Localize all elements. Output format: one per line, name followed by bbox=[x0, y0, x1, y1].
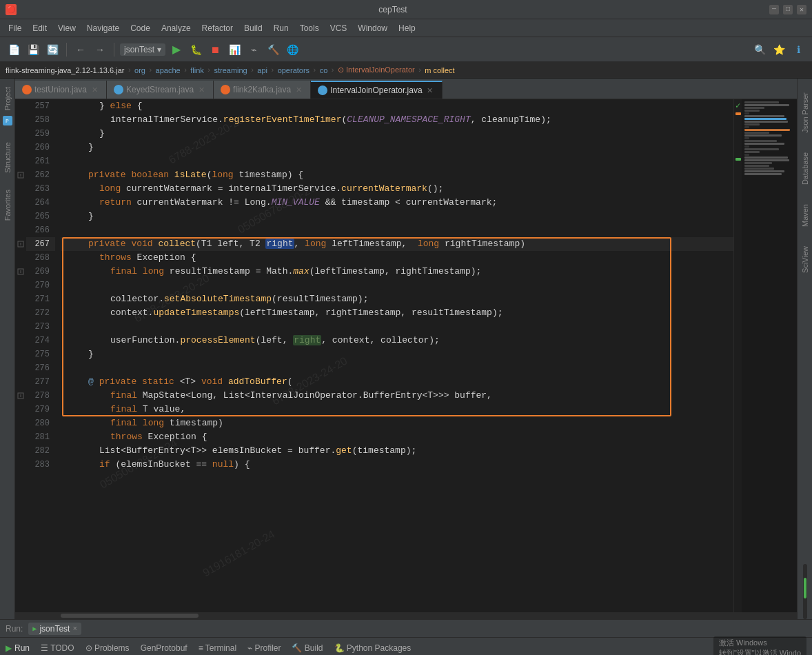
breadcrumb-jar[interactable]: flink-streaming-java_2.12-1.13.6.jar bbox=[6, 66, 124, 74]
toolbar-forward-button[interactable]: → bbox=[92, 41, 108, 58]
breadcrumb-streaming[interactable]: streaming bbox=[214, 66, 247, 74]
horizontal-scrollbar[interactable] bbox=[15, 612, 797, 619]
toolbar-save-button[interactable]: 💾 bbox=[25, 41, 41, 58]
menu-edit[interactable]: Edit bbox=[27, 22, 52, 34]
code-line-277: @ private static <T> void addToBuffer( bbox=[61, 375, 733, 389]
menu-tools[interactable]: Tools bbox=[294, 22, 325, 34]
menu-build[interactable]: Build bbox=[238, 22, 268, 34]
tab-flink2kafka[interactable]: flink2Kafka.java ✕ bbox=[214, 81, 311, 99]
run-config-dropdown[interactable]: jsonTest ▾ bbox=[120, 43, 165, 56]
tab-close-keyedstream[interactable]: ✕ bbox=[196, 85, 206, 94]
build-button[interactable]: 🔨 bbox=[265, 41, 281, 58]
sidebar-favorites-label[interactable]: Favorites bbox=[2, 187, 13, 223]
scroll-mark-green bbox=[735, 158, 741, 161]
coverage-button[interactable]: 📊 bbox=[226, 41, 243, 58]
breadcrumb-apache[interactable]: apache bbox=[156, 66, 181, 74]
breadcrumb-api[interactable]: api bbox=[257, 66, 267, 74]
tab-close-flink2kafka[interactable]: ✕ bbox=[294, 85, 303, 94]
search-everywhere-button[interactable]: 🔍 bbox=[751, 41, 768, 58]
tab-intervaljoinoperator[interactable]: IntervalJoinOperator.java ✕ bbox=[311, 81, 442, 99]
menu-run[interactable]: Run bbox=[268, 22, 294, 34]
bottom-tool-todo[interactable]: ☰ TODO bbox=[41, 643, 74, 653]
run-config-name: jsonTest bbox=[39, 624, 70, 634]
bottom-tool-genprotobuf[interactable]: GenProtobuf bbox=[141, 643, 187, 653]
run-button[interactable]: ▶ bbox=[168, 41, 185, 58]
fold-267[interactable] bbox=[15, 237, 26, 251]
menu-navigate[interactable]: Navigate bbox=[81, 22, 125, 34]
tab-keyedstream[interactable]: KeyedStream.java ✕ bbox=[107, 81, 214, 99]
right-panel-sciview[interactable]: SciView bbox=[800, 243, 811, 276]
gutter-263 bbox=[15, 182, 26, 196]
toolbar-new-button[interactable]: 📄 bbox=[6, 41, 22, 58]
gutter-271 bbox=[15, 292, 26, 306]
sidebar-structure-label[interactable]: Structure bbox=[2, 139, 13, 176]
linenum-259: 259 bbox=[26, 127, 55, 141]
breadcrumb-co[interactable]: co bbox=[320, 66, 328, 74]
menu-file[interactable]: File bbox=[3, 22, 27, 34]
run-config-close[interactable]: × bbox=[72, 625, 77, 633]
tab-icon-keyedstream bbox=[114, 85, 123, 94]
gutter-283 bbox=[15, 458, 26, 472]
linenum-257: 257 bbox=[26, 99, 55, 113]
fold-262[interactable] bbox=[15, 168, 26, 182]
bottom-tool-run[interactable]: ▶ Run bbox=[6, 643, 30, 653]
code-line-279: final T value, bbox=[61, 403, 733, 416]
tab-testunion[interactable]: testUnion.java ✕ bbox=[15, 81, 107, 99]
breadcrumb-sep-4: › bbox=[207, 66, 212, 74]
code-content[interactable]: 6788-2023-20-20 050506788-20-20 6788-202… bbox=[61, 99, 733, 612]
minimap-line bbox=[744, 143, 784, 145]
linenum-269: 269 bbox=[26, 265, 55, 279]
stop-button[interactable]: ⏹ bbox=[207, 41, 223, 58]
profile-button[interactable]: ⌁ bbox=[245, 41, 262, 58]
debug-button[interactable]: 🐛 bbox=[187, 41, 204, 58]
bottom-tool-build[interactable]: 🔨 Build bbox=[292, 643, 323, 653]
bottom-tool-terminal[interactable]: ≡ Terminal bbox=[199, 643, 236, 653]
close-button[interactable]: ✕ bbox=[797, 5, 806, 14]
right-panel-json-parser[interactable]: Json Parser bbox=[800, 90, 811, 136]
breadcrumb-flink[interactable]: flink bbox=[190, 66, 204, 74]
fold-269[interactable] bbox=[15, 265, 26, 279]
minimize-button[interactable]: ─ bbox=[769, 5, 779, 14]
sidebar-project-label[interactable]: Project bbox=[2, 84, 13, 113]
run-config-tab[interactable]: ▶ jsonTest × bbox=[28, 623, 81, 635]
fold-278[interactable] bbox=[15, 389, 26, 403]
bottom-tool-python[interactable]: 🐍 Python Packages bbox=[334, 643, 412, 653]
tab-close-testunion[interactable]: ✕ bbox=[90, 85, 99, 94]
breadcrumb-class[interactable]: ⊙ IntervalJoinOperator bbox=[338, 66, 415, 74]
menu-help[interactable]: Help bbox=[393, 22, 421, 34]
scrollbar-thumb[interactable] bbox=[61, 614, 199, 618]
maximize-button[interactable]: □ bbox=[783, 5, 793, 14]
gutter-fold-markers bbox=[15, 99, 26, 612]
breadcrumb-method[interactable]: m collect bbox=[425, 66, 454, 74]
window-controls[interactable]: ─ □ ✕ bbox=[769, 5, 806, 14]
breadcrumb-sep-2: › bbox=[148, 66, 153, 74]
menu-code[interactable]: Code bbox=[125, 22, 156, 34]
menu-view[interactable]: View bbox=[52, 22, 81, 34]
translate-button[interactable]: 🌐 bbox=[284, 41, 301, 58]
plugins-button[interactable]: ⭐ bbox=[771, 41, 787, 58]
breadcrumb-operators[interactable]: operators bbox=[278, 66, 309, 74]
bottom-tool-profiler[interactable]: ⌁ Profiler bbox=[247, 643, 281, 653]
right-panel-maven[interactable]: Maven bbox=[800, 201, 811, 230]
bottom-todo-label: ☰ TODO bbox=[41, 643, 74, 653]
sidebar-project-icon[interactable]: P bbox=[3, 116, 12, 125]
tab-close-intervaljoin[interactable]: ✕ bbox=[425, 85, 435, 95]
minimap-line bbox=[744, 137, 749, 139]
minimap-line bbox=[744, 134, 782, 137]
bottom-genprotobuf-label: GenProtobuf bbox=[141, 643, 187, 653]
dropdown-arrow-icon: ▾ bbox=[157, 45, 161, 54]
left-sidebar: Project P Structure Favorites bbox=[0, 79, 15, 619]
right-panel-database[interactable]: Database bbox=[800, 150, 811, 188]
menu-refactor[interactable]: Refactor bbox=[196, 22, 238, 34]
help-button[interactable]: ℹ bbox=[790, 41, 806, 58]
menu-window[interactable]: Window bbox=[352, 22, 393, 34]
toolbar-sync-button[interactable]: 🔄 bbox=[44, 41, 61, 58]
toolbar-back-button[interactable]: ← bbox=[72, 41, 89, 58]
menu-analyze[interactable]: Analyze bbox=[156, 22, 196, 34]
gutter-277-at bbox=[15, 375, 26, 389]
bottom-tool-problems[interactable]: ⊙ Problems bbox=[85, 643, 130, 653]
breadcrumb-org[interactable]: org bbox=[134, 66, 145, 74]
menu-bar: File Edit View Navigate Code Analyze Ref… bbox=[0, 19, 812, 37]
title-bar: 🔴 cepTest ─ □ ✕ bbox=[0, 0, 812, 19]
menu-vcs[interactable]: VCS bbox=[325, 22, 353, 34]
